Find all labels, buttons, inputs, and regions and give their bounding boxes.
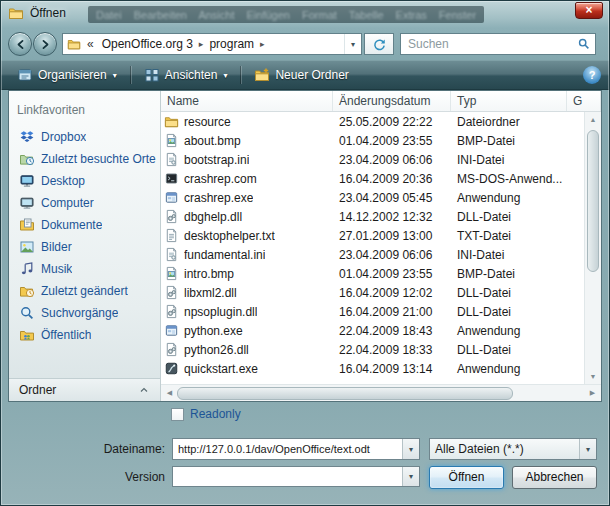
file-name: npsoplugin.dll [184, 305, 257, 319]
toolbar-separator [130, 66, 131, 84]
file-modified-date: 23.04.2009 06:06 [333, 153, 451, 167]
new-folder-button[interactable]: Neuer Ordner [246, 64, 356, 86]
close-button[interactable]: × [575, 2, 603, 19]
breadcrumb-overflow-button[interactable]: « [84, 37, 97, 51]
filetype-combobox[interactable]: Alle Dateien (*.*) ▾ [429, 438, 597, 460]
file-row[interactable]: about.bmp01.04.2009 23:55BMP-Datei [161, 131, 584, 150]
file-modified-date: 23.04.2009 06:06 [333, 248, 451, 262]
back-button[interactable] [8, 32, 32, 56]
help-icon: ? [589, 69, 596, 81]
sidebar-item-label: Desktop [41, 174, 85, 188]
version-label: Version [55, 470, 165, 484]
computer-icon [19, 195, 35, 211]
file-type: BMP-Datei [451, 267, 567, 281]
navigation-bar: « OpenOffice.org 3 ▸ program ▸ ▾ Suchen [0, 28, 610, 60]
file-row[interactable]: bootstrap.ini23.04.2009 06:06INI-Datei [161, 150, 584, 169]
horizontal-scroll-thumb[interactable] [177, 387, 513, 400]
chevron-down-icon: ▾ [409, 472, 413, 481]
address-bar[interactable]: « OpenOffice.org 3 ▸ program ▸ ▾ [62, 33, 362, 55]
help-button[interactable]: ? [583, 66, 601, 84]
sidebar-item-label: Musik [41, 262, 72, 276]
filetype-dropdown-button[interactable]: ▾ [579, 439, 596, 459]
vertical-scrollbar[interactable]: ▲ ▼ [584, 112, 601, 384]
column-header-size[interactable]: G [567, 91, 601, 111]
file-row[interactable]: crashrep.exe23.04.2009 05:45Anwendung [161, 188, 584, 207]
scroll-down-icon[interactable]: ▼ [585, 369, 601, 384]
filename-value[interactable]: http://127.0.0.1/dav/OpenOffice/text.odt [173, 443, 402, 455]
search-icon[interactable] [577, 37, 591, 51]
filetype-value: Alle Dateien (*.*) [430, 442, 579, 456]
filename-combobox[interactable]: http://127.0.0.1/dav/OpenOffice/text.odt… [172, 438, 420, 460]
file-name-cell: desktophelper.txt [161, 228, 333, 243]
file-row[interactable]: desktophelper.txt27.01.2009 13:00TXT-Dat… [161, 226, 584, 245]
breadcrumb-separator-icon[interactable]: ▸ [259, 39, 266, 49]
readonly-checkbox[interactable] [171, 408, 184, 421]
vertical-scroll-thumb[interactable] [587, 130, 599, 272]
file-row[interactable]: dbghelp.dll14.12.2002 12:32DLL-Datei [161, 207, 584, 226]
sidebar-item-label: Öffentlich [41, 328, 91, 342]
file-row[interactable]: intro.bmp01.04.2009 23:55BMP-Datei [161, 264, 584, 283]
sidebar-item-musik[interactable]: Musik [9, 258, 160, 280]
forward-button[interactable] [33, 32, 57, 56]
breadcrumb-item-program[interactable]: program [204, 37, 259, 51]
file-row[interactable]: python.exe22.04.2009 18:43Anwendung [161, 321, 584, 340]
views-button[interactable]: Ansichten ▾ [136, 64, 236, 86]
sidebar-item-suchvorgaenge[interactable]: Suchvorgänge [9, 302, 160, 324]
sidebar-item-dokumente[interactable]: Dokumente [9, 214, 160, 236]
file-row[interactable]: python26.dll22.04.2009 18:33DLL-Datei [161, 340, 584, 359]
horizontal-scrollbar[interactable]: ◀ ▶ [161, 384, 601, 401]
filename-dropdown-button[interactable]: ▾ [402, 439, 419, 459]
file-type: DLL-Datei [451, 305, 567, 319]
version-dropdown-button[interactable]: ▾ [402, 467, 419, 486]
dialog-icon [8, 5, 24, 21]
file-name: about.bmp [184, 134, 241, 148]
folders-expander[interactable]: Ordner [9, 378, 160, 401]
dll-file-icon [164, 209, 179, 224]
exe-file-icon [164, 190, 179, 205]
readonly-option[interactable]: Readonly [171, 407, 241, 421]
scroll-right-icon[interactable]: ▶ [585, 389, 600, 397]
public-icon [19, 327, 35, 343]
sidebar-item-oeffentlich[interactable]: Öffentlich [9, 324, 160, 346]
column-header-name[interactable]: Name [161, 91, 333, 111]
scroll-left-icon[interactable]: ◀ [162, 389, 177, 397]
sidebar-item-zuletzt-besuchte-orte[interactable]: Zuletzt besuchte Orte [9, 148, 160, 170]
organize-label: Organisieren [38, 68, 107, 82]
file-row[interactable]: crashrep.com16.04.2009 20:36MS-DOS-Anwen… [161, 169, 584, 188]
search-input[interactable]: Suchen [400, 33, 596, 55]
file-name-cell: crashrep.com [161, 171, 333, 186]
file-row[interactable]: resource25.05.2009 22:22Dateiordner [161, 112, 584, 131]
file-type: Dateiordner [451, 115, 567, 129]
breadcrumb-item-openoffice[interactable]: OpenOffice.org 3 [97, 37, 198, 51]
address-dropdown-button[interactable]: ▾ [344, 34, 361, 54]
recent-places-icon [19, 151, 35, 167]
titlebar[interactable]: Datei Bearbeiten Ansicht Einfügen Format… [0, 0, 610, 28]
file-type: Anwendung [451, 362, 567, 376]
file-name: quickstart.exe [184, 362, 258, 376]
sidebar-item-dropbox[interactable]: Dropbox [9, 126, 160, 148]
sidebar-item-label: Zuletzt geändert [41, 284, 128, 298]
sidebar-item-computer[interactable]: Computer [9, 192, 160, 214]
desktop-icon [19, 173, 35, 189]
sidebar-item-zuletzt-geaendert[interactable]: Zuletzt geändert [9, 280, 160, 302]
open-button[interactable]: Öffnen [429, 466, 504, 489]
refresh-button[interactable] [364, 33, 394, 55]
column-headers: Name Änderungsdatum Typ G [161, 91, 601, 112]
column-header-type[interactable]: Typ [451, 91, 567, 111]
file-row[interactable]: libxml2.dll16.04.2009 12:02DLL-Datei [161, 283, 584, 302]
sidebar-item-desktop[interactable]: Desktop [9, 170, 160, 192]
column-header-date[interactable]: Änderungsdatum [333, 91, 451, 111]
cancel-button[interactable]: Abbrechen [512, 466, 597, 489]
scroll-up-icon[interactable]: ▲ [585, 112, 601, 127]
file-row[interactable]: quickstart.exe16.04.2009 13:14Anwendung [161, 359, 584, 378]
version-combobox[interactable]: ▾ [172, 466, 420, 487]
sidebar-item-bilder[interactable]: Bilder [9, 236, 160, 258]
file-name: dbghelp.dll [184, 210, 242, 224]
file-row[interactable]: npsoplugin.dll16.04.2009 21:00DLL-Datei [161, 302, 584, 321]
dll-file-icon [164, 342, 179, 357]
file-row[interactable]: fundamental.ini23.04.2009 06:06INI-Datei [161, 245, 584, 264]
organize-button[interactable]: Organisieren ▾ [9, 64, 125, 86]
refresh-icon [372, 37, 387, 52]
file-name-cell: npsoplugin.dll [161, 304, 333, 319]
file-name-cell: python26.dll [161, 342, 333, 357]
